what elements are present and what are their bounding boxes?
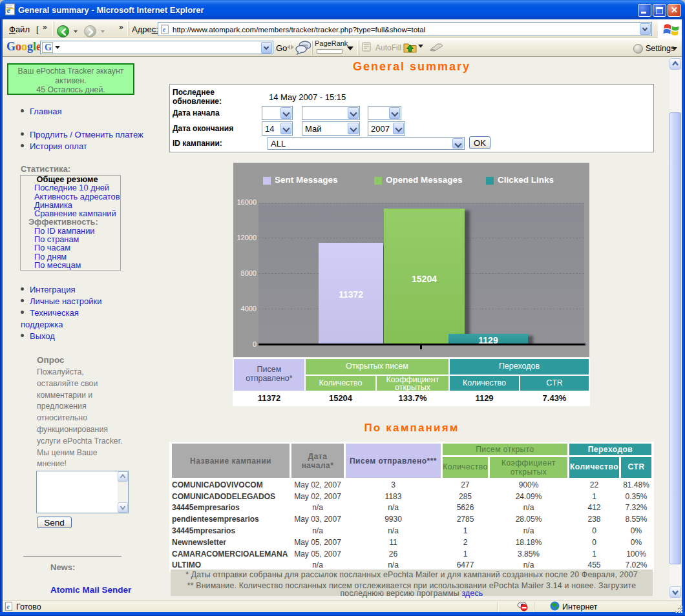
svg-text:e: e [163, 26, 166, 33]
svg-text:e: e [6, 603, 10, 610]
svg-text:e: e [7, 5, 11, 15]
